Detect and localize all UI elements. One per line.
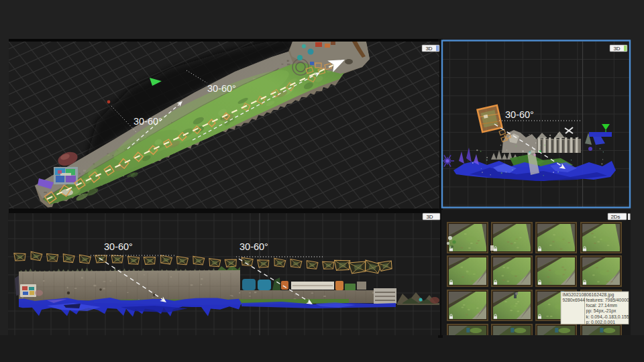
svg-text:p: 0.002,0.001: p: 0.002,0.001 bbox=[586, 320, 616, 325]
svg-text:30-60°: 30-60° bbox=[133, 116, 162, 127]
svg-text:focal: 27.14mm: focal: 27.14mm bbox=[586, 303, 618, 308]
svg-text:pp: 54px,-21px: pp: 54px,-21px bbox=[586, 308, 617, 314]
svg-text:k: 0.094,-0.183,0.155: k: 0.094,-0.183,0.155 bbox=[586, 314, 629, 319]
svg-text:3D: 3D bbox=[425, 46, 432, 52]
svg-text:3D: 3D bbox=[613, 46, 620, 52]
svg-text:30-60°: 30-60° bbox=[207, 83, 236, 94]
svg-text:3D: 3D bbox=[426, 214, 433, 220]
svg-text:30-60°: 30-60° bbox=[104, 241, 133, 252]
svg-text:30-60°: 30-60° bbox=[505, 109, 534, 120]
svg-text:30-60°: 30-60° bbox=[239, 241, 268, 252]
svg-text:IMG20210806162428.jpg: IMG20210806162428.jpg bbox=[563, 292, 614, 298]
svg-text:features: 7985/40000: features: 7985/40000 bbox=[586, 298, 629, 302]
svg-text:9280x6944: 9280x6944 bbox=[563, 298, 586, 302]
svg-text:2Ds: 2Ds bbox=[610, 214, 620, 220]
